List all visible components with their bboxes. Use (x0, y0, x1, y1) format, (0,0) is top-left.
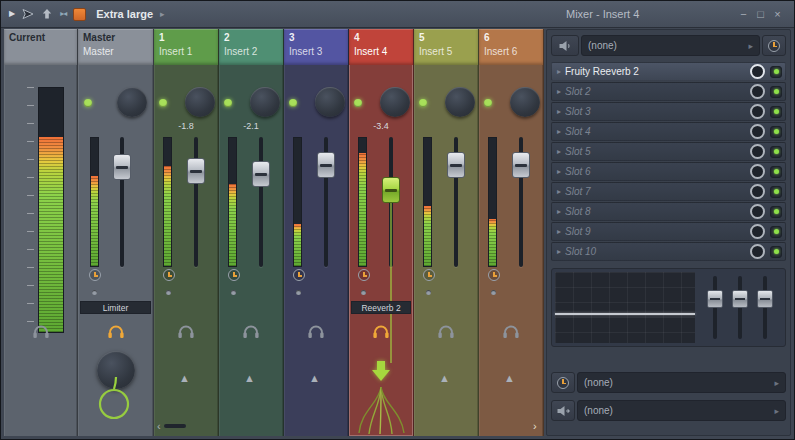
scroll-right-icon[interactable]: › (533, 420, 537, 432)
track-header[interactable]: Master Master (78, 29, 153, 65)
slot-arrow-icon[interactable]: ▸ (557, 208, 561, 216)
slot-arrow-icon[interactable]: ▸ (557, 68, 561, 76)
plugin-slot-3[interactable]: ▸ Slot 3 (551, 102, 786, 121)
slot-mix-knob[interactable] (750, 124, 765, 139)
headphone-icon[interactable] (242, 325, 260, 339)
mixer-track-insert-6[interactable]: 6 Insert 6 ▲ (479, 29, 544, 436)
record-dot[interactable] (166, 290, 171, 295)
output-device-select[interactable]: (none) ▸ (577, 400, 786, 421)
route-arrow-icon[interactable]: ▲ (504, 373, 515, 384)
mixer-track-insert-3[interactable]: 3 Insert 3 ▲ (284, 29, 349, 436)
plugin-slot-10[interactable]: ▸ Slot 10 (551, 242, 786, 261)
headphone-icon[interactable] (177, 325, 195, 339)
eq-graph[interactable] (555, 272, 695, 343)
mixer-track-insert-5[interactable]: 5 Insert 5 ▲ (414, 29, 479, 436)
clock-icon[interactable] (358, 269, 370, 281)
clock-icon[interactable] (423, 269, 435, 281)
plugin-slot-1[interactable]: ▸ Fruity Reeverb 2 (551, 62, 786, 81)
volume-fader[interactable] (187, 158, 205, 184)
slot-enable-led[interactable] (770, 106, 782, 118)
minimize-button[interactable]: − (735, 9, 752, 20)
mute-led[interactable] (354, 99, 362, 107)
pan-knob[interactable] (380, 87, 410, 117)
track-header[interactable]: 6 Insert 6 (479, 29, 543, 65)
volume-fader[interactable] (447, 152, 465, 178)
pan-knob[interactable] (250, 87, 280, 117)
plugin-slot-7[interactable]: ▸ Slot 7 (551, 182, 786, 201)
record-dot[interactable] (296, 290, 301, 295)
clock-icon[interactable] (89, 269, 101, 281)
route-arrow-icon[interactable]: ▲ (244, 373, 255, 384)
plugin-slot-8[interactable]: ▸ Slot 8 (551, 202, 786, 221)
clock-icon[interactable] (228, 269, 240, 281)
slot-enable-led[interactable] (770, 226, 782, 238)
pan-knob[interactable] (185, 87, 215, 117)
mixer-scrollbar[interactable]: ‹ (157, 420, 186, 432)
slot-arrow-icon[interactable]: ▸ (557, 148, 561, 156)
plugin-slot-4[interactable]: ▸ Slot 4 (551, 122, 786, 141)
slot-arrow-icon[interactable]: ▸ (557, 88, 561, 96)
mute-led[interactable] (224, 99, 232, 107)
mixer-track-current[interactable]: Current (4, 29, 78, 436)
slot-mix-knob[interactable] (750, 64, 765, 79)
color-swatch-icon[interactable] (73, 8, 86, 21)
mixer-track-master[interactable]: Master Master Limiter (78, 29, 154, 436)
slot-mix-knob[interactable] (750, 184, 765, 199)
slot-arrow-icon[interactable]: ▸ (557, 228, 561, 236)
slot-enable-led[interactable] (770, 86, 782, 98)
audio-input-button[interactable] (551, 35, 579, 56)
headphone-icon[interactable] (32, 325, 50, 339)
volume-fader[interactable] (113, 154, 131, 180)
pop-out-icon[interactable] (41, 8, 53, 20)
route-arrow-icon[interactable]: ▲ (179, 373, 190, 384)
pan-knob[interactable] (117, 87, 147, 117)
record-dot[interactable] (361, 290, 366, 295)
send-time-button[interactable] (551, 372, 575, 393)
record-dot[interactable] (92, 290, 97, 295)
pan-knob[interactable] (445, 87, 475, 117)
slot-arrow-icon[interactable]: ▸ (557, 128, 561, 136)
slot-mix-knob[interactable] (750, 224, 765, 239)
titlebar[interactable]: ▶ ▸◂ Extra large ▸ Mixer - Insert 4 − □ … (1, 1, 794, 28)
record-dot[interactable] (426, 290, 431, 295)
slot-enable-led[interactable] (770, 66, 782, 78)
eq-mid-fader[interactable] (732, 290, 748, 308)
track-header[interactable]: Current (4, 29, 77, 65)
slot-mix-knob[interactable] (750, 84, 765, 99)
route-arrow-icon[interactable]: ▲ (309, 373, 320, 384)
mute-led[interactable] (419, 99, 427, 107)
track-header[interactable]: 3 Insert 3 (284, 29, 348, 65)
slot-mix-knob[interactable] (750, 104, 765, 119)
pan-knob[interactable] (510, 87, 540, 117)
slot-enable-led[interactable] (770, 186, 782, 198)
track-header[interactable]: 1 Insert 1 (154, 29, 218, 65)
plugin-slot-6[interactable]: ▸ Slot 6 (551, 162, 786, 181)
route-down-arrow-icon[interactable] (372, 361, 390, 382)
mute-led[interactable] (159, 99, 167, 107)
mixer-track-insert-4[interactable]: 4 Insert 4 -3.4 Reeverb 2 (349, 29, 414, 436)
input-time-button[interactable] (762, 35, 786, 56)
maximize-button[interactable]: □ (752, 9, 769, 20)
clock-icon[interactable] (293, 269, 305, 281)
slot-mix-knob[interactable] (750, 204, 765, 219)
record-dot[interactable] (491, 290, 496, 295)
plugin-slot-2[interactable]: ▸ Slot 2 (551, 82, 786, 101)
slot-mix-knob[interactable] (750, 144, 765, 159)
volume-fader[interactable] (252, 161, 270, 187)
mixer-track-insert-2[interactable]: 2 Insert 2 -2.1 ▲ (219, 29, 284, 436)
mixer-menu-icon[interactable]: ▶ (9, 10, 15, 18)
clock-icon[interactable] (488, 269, 500, 281)
slot-enable-led[interactable] (770, 246, 782, 258)
headphone-icon[interactable] (307, 325, 325, 339)
mute-led[interactable] (289, 99, 297, 107)
scroll-left-icon[interactable]: ‹ (157, 420, 161, 432)
dock-icon[interactable]: ▸◂ (60, 10, 66, 18)
headphone-icon[interactable] (372, 325, 390, 339)
audio-output-button[interactable] (551, 400, 575, 421)
headphone-icon[interactable] (502, 325, 520, 339)
slot-mix-knob[interactable] (750, 244, 765, 259)
eq-low-fader[interactable] (707, 290, 723, 308)
volume-fader[interactable] (317, 152, 335, 178)
detach-icon[interactable] (22, 8, 34, 20)
slot-enable-led[interactable] (770, 166, 782, 178)
